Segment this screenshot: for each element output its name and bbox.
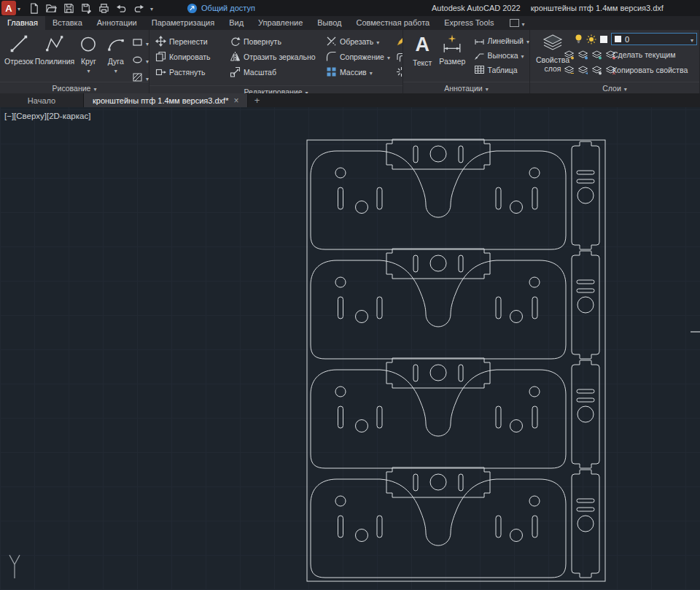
rotate-button[interactable]: Повернуть (230, 34, 324, 49)
ribbon-tab-view[interactable]: Вид (222, 16, 251, 30)
ellipse-tool[interactable] (132, 53, 149, 66)
bracket-part[interactable] (311, 249, 566, 359)
match-properties-button[interactable]: Копировать свойства (612, 66, 688, 74)
leader-button[interactable]: Выноска (474, 50, 530, 61)
make-current-button[interactable]: Сделать текущим (612, 50, 675, 59)
ribbon-tab-parametric[interactable]: Параметризация (144, 16, 222, 30)
redo-icon[interactable] (133, 2, 145, 15)
side-plate[interactable] (572, 141, 599, 249)
ribbon-tab-manage[interactable]: Управление (251, 16, 310, 30)
current-layer-name: 0 (625, 35, 629, 44)
dimension-button[interactable]: Размер (437, 30, 467, 82)
trim-button[interactable]: Обрезать (326, 34, 392, 49)
redo-caret-icon[interactable] (150, 4, 153, 12)
layer-freeze-icon[interactable] (578, 50, 588, 60)
copy-button[interactable]: Копировать (155, 49, 228, 64)
open-file-icon[interactable] (45, 2, 58, 15)
panel-modify-footer[interactable]: Редактирование (149, 85, 402, 93)
rectangle-caret-icon (146, 36, 149, 49)
side-plate[interactable] (572, 360, 599, 468)
copy-label: Копировать (169, 53, 211, 61)
drawing-canvas[interactable]: [−] [Сверху] [2D-каркас] (0, 107, 700, 590)
scrollbar-marker[interactable] (691, 331, 700, 333)
move-button[interactable]: Перенести (155, 34, 228, 49)
side-plate[interactable] (572, 251, 599, 359)
offset-icon[interactable] (393, 49, 403, 64)
save-as-icon[interactable] (80, 2, 93, 15)
drawing-geometry[interactable] (306, 139, 609, 587)
erase-icon[interactable] (393, 34, 403, 49)
mirror-label: Отразить зеркально (244, 53, 316, 61)
layer-on-bulb-icon[interactable] (574, 34, 583, 44)
scale-label: Масштаб (244, 68, 276, 77)
polyline-button[interactable]: Полилиния (35, 30, 75, 82)
plot-icon[interactable] (98, 2, 110, 15)
ribbon-tab-insert[interactable]: Вставка (45, 16, 90, 30)
linear-dim-button[interactable]: Линейный (474, 35, 530, 46)
arc-caret-icon[interactable] (114, 66, 117, 74)
new-file-icon[interactable] (28, 2, 40, 15)
close-icon[interactable] (233, 96, 238, 106)
fillet-caret-icon[interactable] (387, 53, 390, 61)
new-tab-button[interactable]: + (248, 93, 265, 107)
sheet-outline[interactable] (307, 140, 605, 581)
bracket-part[interactable] (311, 139, 566, 249)
layer-color-swatch-icon[interactable] (599, 35, 608, 44)
ribbon-tab-home[interactable]: Главная (0, 16, 45, 30)
leader-caret-icon[interactable] (521, 51, 524, 60)
panel-draw-footer[interactable]: Рисование (0, 82, 149, 93)
panel-annotate-caret-icon (486, 83, 489, 93)
save-icon[interactable] (63, 2, 75, 15)
ribbon-tab-output[interactable]: Вывод (310, 16, 349, 30)
layer-isolate-icon[interactable] (591, 66, 602, 75)
array-button[interactable]: Массив (326, 64, 392, 79)
circle-caret-icon[interactable] (87, 66, 90, 74)
fillet-button[interactable]: Сопряжение (326, 49, 392, 64)
circle-button[interactable]: Круг (74, 30, 102, 82)
circle-icon (78, 33, 98, 55)
ribbon-tab-collaborate[interactable]: Совместная работа (349, 16, 438, 30)
layer-thaw-sun-icon[interactable] (586, 34, 596, 44)
rectangle-tool[interactable] (132, 36, 149, 49)
scale-button[interactable]: Масштаб (230, 64, 324, 79)
arc-button[interactable]: Дуга (103, 30, 129, 82)
layer-previous-icon[interactable] (578, 66, 588, 75)
ribbon-tab-express[interactable]: Express Tools (437, 16, 501, 30)
file-tab-start[interactable]: Начало (0, 93, 84, 107)
bracket-part[interactable] (311, 467, 566, 578)
trim-caret-icon[interactable] (376, 37, 379, 46)
layer-lock-icon[interactable] (591, 50, 602, 60)
autocad-logo[interactable]: A (1, 1, 16, 15)
ribbon-tab-annotate[interactable]: Аннотации (90, 16, 144, 30)
make-current-layer-icon[interactable] (564, 50, 575, 60)
text-button[interactable]: A Текст (408, 30, 437, 82)
side-plate[interactable] (572, 470, 599, 578)
linear-dim-caret-icon[interactable] (526, 36, 529, 45)
document-title: кронштейны птф 1.4мм версия3.dxf (531, 4, 664, 12)
viewport-visual-style-control[interactable]: [2D-каркас] (47, 112, 90, 120)
array-caret-icon[interactable] (370, 68, 373, 77)
app-menu-caret-icon[interactable] (18, 4, 20, 12)
explode-icon[interactable] (393, 64, 403, 79)
layer-select-combo[interactable]: 0 (611, 33, 697, 45)
viewport-view-control[interactable]: [Сверху] (14, 112, 47, 120)
table-button[interactable]: Таблица (474, 64, 530, 75)
layer-combo-caret-icon[interactable] (691, 35, 693, 44)
stretch-button[interactable]: Растянуть (155, 64, 228, 79)
mirror-button[interactable]: Отразить зеркально (230, 49, 324, 64)
file-tab-document[interactable]: кронштейны птф 1.4мм версия3.dxf* (84, 93, 248, 107)
share-icon (187, 3, 198, 14)
share-button[interactable]: Общий доступ (187, 3, 255, 14)
bracket-part[interactable] (311, 358, 566, 468)
ribbon-display-toggle[interactable] (505, 16, 529, 30)
panel-annotate-footer[interactable]: Аннотации (403, 82, 529, 93)
arc-icon (106, 33, 126, 55)
line-button[interactable]: Отрезок (3, 30, 35, 82)
panel-annotate-body: A Текст Размер Линейный Выноска (403, 30, 529, 82)
hatch-tool[interactable] (132, 71, 149, 84)
match-layer-icon[interactable] (564, 66, 575, 75)
undo-icon[interactable] (115, 2, 128, 15)
share-label: Общий доступ (201, 4, 255, 12)
viewport-minimize-control[interactable]: [−] (4, 112, 14, 120)
panel-layers-footer[interactable]: Слои (530, 82, 699, 93)
